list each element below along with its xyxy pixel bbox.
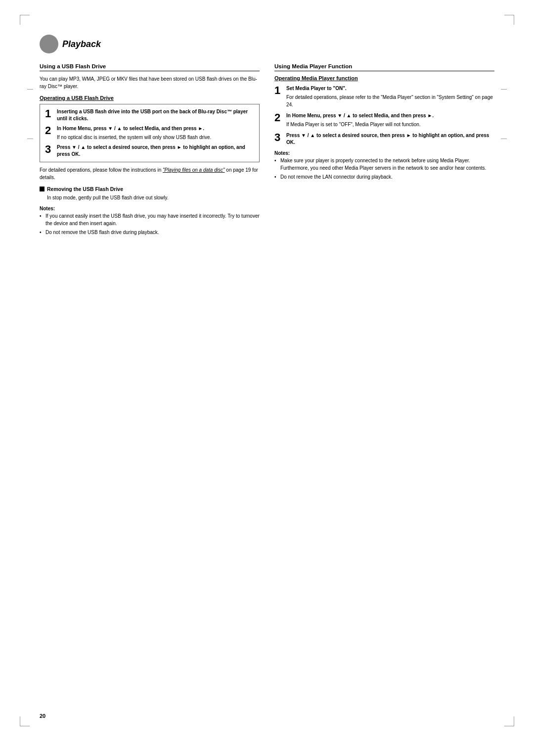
right-notes-label: Notes: <box>274 150 494 156</box>
media-step-1-bold: Set Media Player to "ON". <box>286 85 494 92</box>
media-step-1: 1 Set Media Player to "ON". For detailed… <box>274 85 494 108</box>
corner-mark-br <box>504 716 514 726</box>
step-2-content: In Home Menu, press ▼ / ▲ to select Medi… <box>57 125 254 141</box>
remove-usb-text: In stop mode, gently pull the USB flash … <box>40 194 260 201</box>
media-step-2-bold: In Home Menu, press ▼ / ▲ to select Medi… <box>286 112 494 119</box>
page-number: 20 <box>40 713 45 719</box>
note-bullet-1: • <box>40 212 44 220</box>
left-note-1: • If you cannot easily insert the USB fl… <box>40 212 260 227</box>
media-step-2-number: 2 <box>274 112 283 123</box>
step-3-number: 3 <box>45 144 54 155</box>
usb-step-2: 2 In Home Menu, press ▼ / ▲ to select Me… <box>45 125 254 141</box>
left-notes-label: Notes: <box>40 205 260 211</box>
step-2-bold: In Home Menu, press ▼ / ▲ to select Medi… <box>57 125 254 132</box>
page-title: Playback <box>62 39 101 49</box>
side-mark-right-mid <box>501 139 507 139</box>
step-1-text: Inserting a USB flash drive into the USB… <box>57 108 254 122</box>
page: Playback Using a USB Flash Drive You can… <box>0 0 534 756</box>
right-note-1: • Make sure your player is properly conn… <box>274 157 494 172</box>
detail-ref-text: For detailed operations, please follow t… <box>40 166 260 181</box>
media-step-3: 3 Press ▼ / ▲ to select a desired source… <box>274 132 494 146</box>
side-mark-left-top <box>27 89 33 90</box>
two-column-layout: Using a USB Flash Drive You can play MP3… <box>40 63 494 237</box>
media-step-1-normal: For detailed operations, please refer to… <box>286 94 494 108</box>
left-intro-text: You can play MP3, WMA, JPEG or MKV files… <box>40 75 260 90</box>
media-step-3-number: 3 <box>274 132 283 143</box>
remove-usb-section: Removing the USB Flash Drive In stop mod… <box>40 186 260 201</box>
right-note-1-text: Make sure your player is properly connec… <box>280 157 494 172</box>
corner-mark-bl <box>20 716 30 726</box>
media-step-3-content: Press ▼ / ▲ to select a desired source, … <box>286 132 494 146</box>
media-step-2-normal: If Media Player is set to "OFF", Media P… <box>286 121 494 128</box>
remove-usb-header: Removing the USB Flash Drive <box>40 186 260 192</box>
media-step-3-bold: Press ▼ / ▲ to select a desired source, … <box>286 132 494 146</box>
right-note-2-text: Do not remove the LAN connector during p… <box>280 173 393 181</box>
playback-header: Playback <box>40 35 494 53</box>
left-sub-heading: Operating a USB Flash Drive <box>40 95 260 101</box>
step-1-number: 1 <box>45 108 54 119</box>
media-step-2-content: In Home Menu, press ▼ / ▲ to select Medi… <box>286 112 494 128</box>
corner-mark-tr <box>504 15 514 25</box>
left-note-2: • Do not remove the USB flash drive duri… <box>40 229 260 236</box>
media-step-2: 2 In Home Menu, press ▼ / ▲ to select Me… <box>274 112 494 128</box>
media-player-steps: 1 Set Media Player to "ON". For detailed… <box>274 85 494 146</box>
media-step-1-content: Set Media Player to "ON". For detailed o… <box>286 85 494 108</box>
right-note-bullet-2: • <box>274 173 278 181</box>
right-column: Using Media Player Function Operating Me… <box>274 63 494 237</box>
note-bullet-2: • <box>40 229 44 236</box>
step-3-text: Press ▼ / ▲ to select a desired source, … <box>57 144 254 158</box>
usb-steps-box: 1 Inserting a USB flash drive into the U… <box>40 104 260 162</box>
media-step-1-number: 1 <box>274 85 283 96</box>
right-section-heading: Using Media Player Function <box>274 63 494 71</box>
left-note-1-text: If you cannot easily insert the USB flas… <box>45 212 260 227</box>
usb-step-3: 3 Press ▼ / ▲ to select a desired source… <box>45 144 254 158</box>
playback-circle-icon <box>40 35 58 53</box>
corner-mark-tl <box>20 15 30 25</box>
detail-ref-link: "Playing files on a data disc" <box>163 167 225 173</box>
side-mark-right-top <box>501 89 507 90</box>
remove-usb-title: Removing the USB Flash Drive <box>47 186 123 192</box>
left-column: Using a USB Flash Drive You can play MP3… <box>40 63 260 237</box>
step-2-number: 2 <box>45 125 54 136</box>
side-mark-left-mid <box>27 139 33 139</box>
left-note-2-text: Do not remove the USB flash drive during… <box>45 229 159 236</box>
right-note-bullet-1: • <box>274 157 278 164</box>
right-sub-heading: Operating Media Player function <box>274 75 494 81</box>
right-note-2: • Do not remove the LAN connector during… <box>274 173 494 181</box>
step-2-sub: If no optical disc is inserted, the syst… <box>57 134 254 141</box>
usb-step-1: 1 Inserting a USB flash drive into the U… <box>45 108 254 122</box>
black-square-icon <box>40 187 44 191</box>
left-section-heading: Using a USB Flash Drive <box>40 63 260 71</box>
